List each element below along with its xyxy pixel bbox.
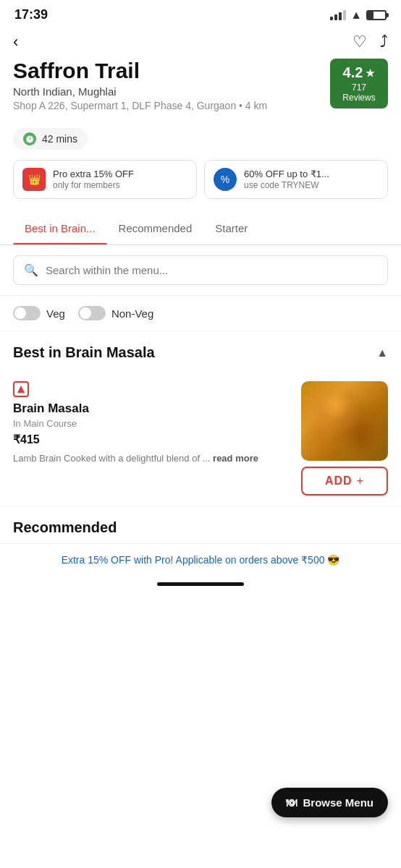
percent-offer-icon: % <box>214 168 237 191</box>
item-description: Lamb Brain Cooked with a delightful blen… <box>13 452 291 465</box>
offer-discount-subtitle: use code TRYNEW <box>244 180 329 190</box>
share-icon[interactable]: ⤴ <box>380 33 388 51</box>
restaurant-address: Shop A 226, Supermart 1, DLF Phase 4, Gu… <box>13 100 321 111</box>
offer-pro-details: Pro extra 15% OFF only for members <box>53 169 134 191</box>
rating-box: 4.2 ★ 717 Reviews <box>330 59 388 109</box>
rating-value: 4.2 <box>343 64 363 81</box>
veg-toggle[interactable] <box>13 306 41 320</box>
item-details: Brain Masala In Main Course ₹415 Lamb Br… <box>13 381 291 495</box>
offer-card-discount[interactable]: % 60% OFF up to ₹1... use code TRYNEW <box>204 160 388 199</box>
veg-filter: Veg <box>13 306 65 320</box>
non-veg-filter: Non-Veg <box>78 306 153 320</box>
battery-icon <box>366 10 387 20</box>
status-bar: 17:39 ▲ <box>0 0 401 28</box>
plus-icon: + <box>357 475 364 488</box>
menu-item: Brain Masala In Main Course ₹415 Lamb Br… <box>0 371 401 506</box>
restaurant-cuisine: North Indian, Mughlai <box>13 85 321 98</box>
non-veg-toggle[interactable] <box>78 306 106 320</box>
veg-label: Veg <box>46 307 65 320</box>
section-title: Best in Brain Masala <box>13 344 155 361</box>
bottom-banner: Extra 15% OFF with Pro! Applicable on or… <box>0 543 401 576</box>
item-image <box>301 381 388 461</box>
search-input[interactable] <box>46 264 377 276</box>
section-collapse-icon[interactable]: ▲ <box>376 346 388 359</box>
item-type-badge <box>13 381 29 397</box>
non-veg-label: Non-Veg <box>111 307 153 320</box>
bottom-banner-text: Extra 15% OFF with Pro! Applicable on or… <box>62 554 340 566</box>
menu-tabs: Best in Brain... Recommended Starter <box>0 212 401 245</box>
tab-recommended[interactable]: Recommended <box>107 212 204 244</box>
add-label: ADD <box>325 475 353 488</box>
status-icons: ▲ <box>330 9 387 22</box>
nav-bar: ‹ ♡ ⤴ <box>0 28 401 59</box>
tab-best-in-brain[interactable]: Best in Brain... <box>13 212 107 244</box>
offer-card-pro[interactable]: 👑 Pro extra 15% OFF only for members <box>13 160 197 199</box>
offer-discount-title: 60% OFF up to ₹1... <box>244 169 329 181</box>
restaurant-info: Saffron Trail North Indian, Mughlai Shop… <box>0 59 401 124</box>
browse-menu-icon: 🍽 <box>286 796 297 809</box>
pro-offer-icon: 👑 <box>22 168 46 191</box>
recommended-section: Recommended <box>0 506 401 543</box>
recommended-title: Recommended <box>13 519 388 536</box>
item-category: In Main Course <box>13 418 291 429</box>
home-indicator <box>157 582 244 586</box>
wifi-icon: ▲ <box>350 9 362 22</box>
restaurant-name: Saffron Trail <box>13 59 321 82</box>
tab-starter[interactable]: Starter <box>203 212 259 244</box>
veg-indicator <box>17 386 25 393</box>
signal-icon <box>330 10 346 20</box>
status-time: 17:39 <box>14 7 48 22</box>
add-to-cart-button[interactable]: ADD + <box>301 467 388 495</box>
offers-row: 👑 Pro extra 15% OFF only for members % 6… <box>0 160 401 212</box>
browse-menu-label: Browse Menu <box>303 796 373 809</box>
filter-row: Veg Non-Veg <box>0 296 401 331</box>
rating-count: 717 Reviews <box>339 82 379 103</box>
nav-actions: ♡ ⤴ <box>353 33 388 51</box>
browse-menu-button[interactable]: 🍽 Browse Menu <box>271 788 388 817</box>
offer-pro-subtitle: only for members <box>53 180 134 190</box>
read-more-link[interactable]: read more <box>213 453 258 464</box>
delivery-time-badge: 🕐 42 mins <box>13 128 88 150</box>
restaurant-details: Saffron Trail North Indian, Mughlai Shop… <box>13 59 321 114</box>
section-header: Best in Brain Masala ▲ <box>0 331 401 371</box>
search-icon: 🔍 <box>24 263 38 277</box>
item-name: Brain Masala <box>13 401 291 416</box>
rating-star: ★ <box>366 67 375 79</box>
offer-discount-details: 60% OFF up to ₹1... use code TRYNEW <box>244 169 329 191</box>
offer-pro-title: Pro extra 15% OFF <box>53 169 134 181</box>
clock-icon: 🕐 <box>23 132 36 145</box>
item-image-container: ADD + <box>301 381 388 495</box>
search-container: 🔍 <box>0 245 401 296</box>
back-button[interactable]: ‹ <box>13 33 18 51</box>
delivery-time-text: 42 mins <box>42 133 77 145</box>
item-price: ₹415 <box>13 433 291 446</box>
rating-score: 4.2 ★ <box>339 64 379 81</box>
search-bar: 🔍 <box>13 255 388 285</box>
favorite-icon[interactable]: ♡ <box>353 33 367 51</box>
